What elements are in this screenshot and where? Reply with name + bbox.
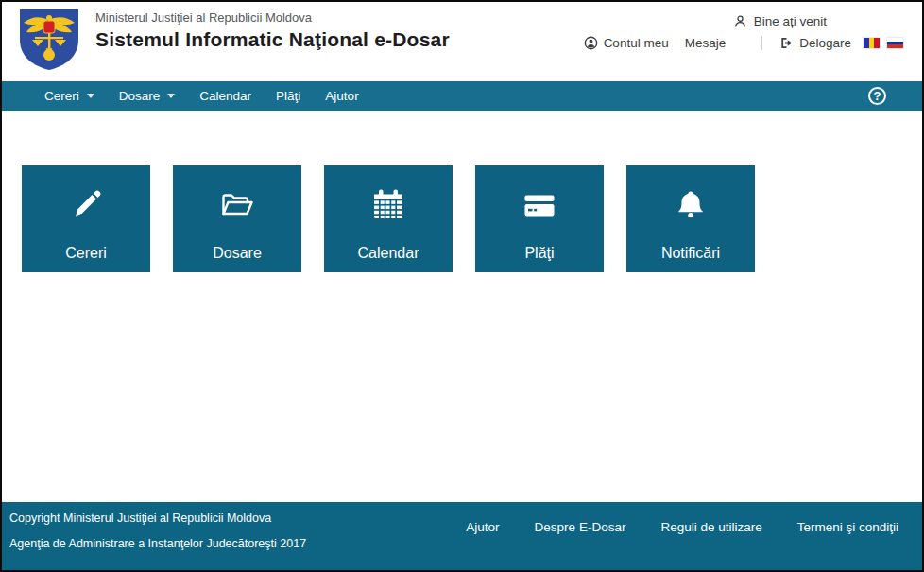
credit-card-icon <box>521 186 558 224</box>
welcome-message: Bine ați venit <box>733 14 827 28</box>
chevron-down-icon <box>87 94 94 98</box>
nav-label: Plăţi <box>276 89 300 103</box>
e-dosar-app: Ministerul Justiţiei al Republicii Moldo… <box>0 0 924 572</box>
chevron-down-icon <box>167 94 175 98</box>
messages-label: Mesaje <box>685 36 727 50</box>
welcome-label: Bine ați venit <box>754 14 827 28</box>
logout-icon <box>779 36 794 50</box>
tile-label: Calendar <box>358 245 419 262</box>
nav-item-plati[interactable]: Plăţi <box>264 81 313 111</box>
pencil-icon <box>67 186 105 224</box>
tile-label: Notificări <box>661 245 720 262</box>
nav-label: Dosare <box>119 89 161 103</box>
page-title: Sistemul Informatic Naţional e-Dosar <box>95 28 450 51</box>
folder-open-icon <box>218 186 256 224</box>
nav-label: Calendar <box>199 89 251 103</box>
messages-link[interactable]: Mesaje <box>685 36 727 50</box>
footer-link-reguli-de-utilizare[interactable]: Reguli de utilizare <box>660 520 761 534</box>
ministry-coat-of-arms-logo <box>14 7 84 73</box>
main-nav: Cereri Dosare Calendar Plăţi Ajutor ? <box>2 81 922 111</box>
footer-links: Ajutor Despre E-Dosar Reguli de utilizar… <box>466 520 898 534</box>
user-circle-icon <box>584 36 598 50</box>
tile-label: Dosare <box>213 245 262 262</box>
calendar-icon <box>369 186 407 224</box>
nav-item-cereri[interactable]: Cereri <box>32 81 107 111</box>
tile-grid: Cereri Dosare <box>22 165 755 272</box>
account-link[interactable]: Contul meu <box>584 36 669 50</box>
language-switcher <box>864 38 903 48</box>
tile-plati[interactable]: Plăţi <box>475 165 604 272</box>
question-circle-icon[interactable]: ? <box>868 87 886 105</box>
footer: Copyright Ministerul Justiţiei al Republ… <box>2 502 922 570</box>
account-bar: Contul meu Mesaje Delogare <box>584 36 903 50</box>
main-content: Cereri Dosare <box>2 111 922 502</box>
romanian-flag-icon[interactable] <box>864 38 880 48</box>
footer-link-termeni-si-conditii[interactable]: Termeni şi condiţii <box>797 520 898 534</box>
nav-label: Ajutor <box>325 89 358 103</box>
footer-copyright-line1: Copyright Ministerul Justiţiei al Republ… <box>9 511 271 525</box>
logout-link[interactable]: Delogare <box>779 36 851 50</box>
tile-cereri[interactable]: Cereri <box>22 165 150 272</box>
tile-notificari[interactable]: Notificări <box>626 165 755 272</box>
tile-calendar[interactable]: Calendar <box>324 165 453 272</box>
user-outline-icon <box>733 14 747 28</box>
ministry-name: Ministerul Justiţiei al Republicii Moldo… <box>95 10 450 25</box>
header-divider <box>761 36 762 50</box>
bell-icon <box>672 186 710 224</box>
nav-item-dosare[interactable]: Dosare <box>107 81 188 111</box>
footer-link-despre-e-dosar[interactable]: Despre E-Dosar <box>535 520 626 534</box>
nav-label: Cereri <box>44 89 79 103</box>
logout-label: Delogare <box>799 36 851 50</box>
tile-label: Plăţi <box>524 245 554 262</box>
tile-dosare[interactable]: Dosare <box>173 165 301 272</box>
account-label: Contul meu <box>604 36 669 50</box>
russian-flag-icon[interactable] <box>887 38 903 48</box>
tile-label: Cereri <box>65 245 107 262</box>
footer-link-ajutor[interactable]: Ajutor <box>466 520 499 534</box>
footer-copyright-line2: Agenţia de Administrare a Instanţelor Ju… <box>9 537 306 550</box>
nav-item-calendar[interactable]: Calendar <box>187 81 264 111</box>
header-titles: Ministerul Justiţiei al Republicii Moldo… <box>95 10 450 51</box>
nav-item-ajutor[interactable]: Ajutor <box>313 81 370 111</box>
header: Ministerul Justiţiei al Republicii Moldo… <box>2 2 922 81</box>
